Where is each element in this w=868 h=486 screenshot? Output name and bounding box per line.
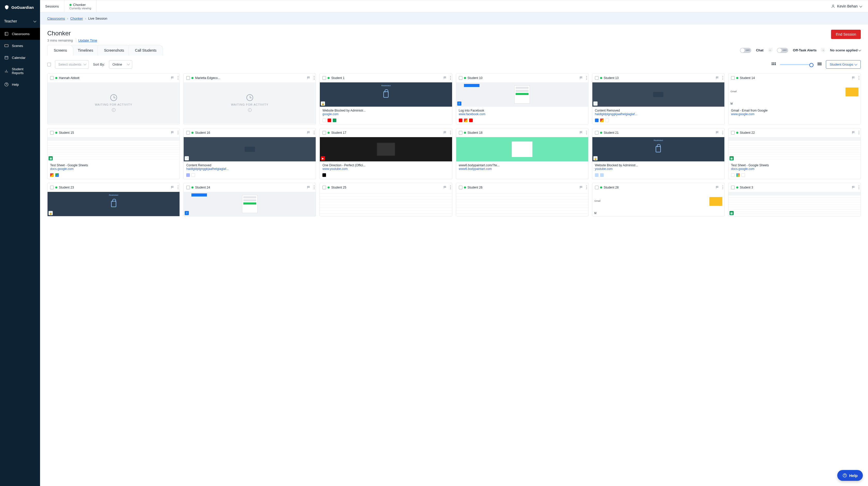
flag-icon[interactable]: [171, 131, 175, 134]
student-checkbox[interactable]: [50, 76, 54, 80]
student-checkbox[interactable]: [322, 76, 326, 80]
breadcrumb-chonker[interactable]: Chonker: [70, 17, 83, 21]
student-card[interactable]: Student 21 ⋮ Restricted🔒 Website Blocked…: [592, 128, 724, 179]
flag-icon[interactable]: [443, 186, 447, 189]
kebab-menu[interactable]: ⋮: [585, 77, 586, 78]
nav-help[interactable]: Help: [0, 78, 40, 90]
tab-sessions[interactable]: Sessions: [40, 0, 64, 12]
student-checkbox[interactable]: [50, 186, 54, 189]
student-checkbox[interactable]: [186, 76, 190, 80]
zoom-slider[interactable]: [780, 64, 813, 65]
student-card[interactable]: Student 10 ⋮ f Log into Facebook www.fac…: [456, 73, 588, 125]
flag-icon[interactable]: [716, 76, 719, 80]
flag-icon[interactable]: [580, 76, 583, 80]
kebab-menu[interactable]: ⋮: [312, 187, 313, 188]
flag-icon[interactable]: [171, 186, 175, 189]
flag-icon[interactable]: [716, 131, 719, 134]
flag-icon[interactable]: [171, 76, 175, 80]
student-checkbox[interactable]: [459, 76, 462, 80]
student-card[interactable]: Student 3 ⋮ ▦: [728, 183, 861, 217]
student-card[interactable]: Student 16 ⋮ 📄 Content Removed haldlgldp…: [183, 128, 316, 179]
kebab-menu[interactable]: ⋮: [585, 132, 586, 133]
kebab-menu[interactable]: ⋮: [176, 77, 177, 78]
breadcrumb-classrooms[interactable]: Classrooms: [47, 17, 65, 21]
kebab-menu[interactable]: ⋮: [176, 132, 177, 133]
student-card[interactable]: Student 28 ⋮ GmailM: [592, 183, 724, 217]
update-time-link[interactable]: Update Time: [76, 38, 97, 42]
flag-icon[interactable]: [307, 131, 311, 134]
kebab-menu[interactable]: ⋮: [857, 132, 858, 133]
student-card[interactable]: Student 22 ⋮ ▦ Test Sheet - Google Sheet…: [728, 128, 861, 179]
gear-icon[interactable]: [768, 48, 772, 53]
nav-classrooms[interactable]: Classrooms: [0, 28, 40, 40]
viewtab-call[interactable]: Call Students: [129, 45, 163, 56]
kebab-menu[interactable]: ⋮: [721, 187, 722, 188]
flag-icon[interactable]: [852, 131, 855, 134]
help-floating-button[interactable]: Help: [837, 470, 863, 481]
tab-current-session[interactable]: Chonker Currently viewing: [64, 0, 97, 12]
flag-icon[interactable]: [716, 186, 719, 189]
student-card[interactable]: Student 26 ⋮: [456, 183, 588, 217]
sort-dropdown[interactable]: Online: [109, 60, 132, 69]
flag-icon[interactable]: [852, 186, 855, 189]
flag-icon[interactable]: [443, 76, 447, 80]
select-students-dropdown[interactable]: Select students: [55, 60, 89, 69]
viewtab-screens[interactable]: Screens: [47, 45, 73, 56]
flag-icon[interactable]: [580, 186, 583, 189]
student-card[interactable]: Hannah Abbott ⋮ WAITING FOR ACTIVITY i: [47, 73, 180, 125]
student-card[interactable]: Student 14 ⋮ GmailM Gmail - Email from G…: [728, 73, 861, 125]
student-groups-button[interactable]: Student Groups: [826, 60, 861, 69]
flag-icon[interactable]: [852, 76, 855, 80]
student-card[interactable]: Student 17 ⋮ ▶ One Direction - Perfect (…: [319, 128, 452, 179]
flag-icon[interactable]: [307, 76, 311, 80]
viewtab-timelines[interactable]: Timelines: [71, 45, 99, 56]
flag-icon[interactable]: [307, 186, 311, 189]
student-checkbox[interactable]: [731, 186, 735, 189]
kebab-menu[interactable]: ⋮: [585, 187, 586, 188]
kebab-menu[interactable]: ⋮: [448, 77, 450, 78]
kebab-menu[interactable]: ⋮: [721, 77, 722, 78]
end-session-button[interactable]: End Session: [831, 30, 861, 39]
info-icon[interactable]: i: [112, 108, 116, 112]
kebab-menu[interactable]: ⋮: [857, 187, 858, 188]
student-checkbox[interactable]: [595, 131, 598, 134]
chat-toggle[interactable]: OFF: [740, 48, 751, 53]
grid-small-icon[interactable]: [772, 63, 776, 67]
grid-large-icon[interactable]: [817, 63, 822, 67]
nav-calendar[interactable]: Calendar: [0, 52, 40, 64]
student-checkbox[interactable]: [459, 131, 462, 134]
kebab-menu[interactable]: ⋮: [176, 187, 177, 188]
student-checkbox[interactable]: [50, 131, 54, 134]
student-card[interactable]: Student 13 ⋮ 📄 Content Removed haldlgldp…: [592, 73, 724, 125]
user-menu[interactable]: Kevin Behan: [825, 0, 868, 12]
student-checkbox[interactable]: [186, 131, 190, 134]
flag-icon[interactable]: [443, 131, 447, 134]
student-checkbox[interactable]: [731, 76, 735, 80]
offtask-toggle[interactable]: OFF: [777, 48, 788, 53]
student-card[interactable]: Student 1 ⋮ Restricted🔒 Website Blocked …: [319, 73, 452, 125]
info-icon[interactable]: i: [248, 108, 252, 112]
flag-icon[interactable]: [580, 131, 583, 134]
kebab-menu[interactable]: ⋮: [721, 132, 722, 133]
scene-dropdown[interactable]: No scene applied: [830, 48, 861, 52]
student-checkbox[interactable]: [322, 131, 326, 134]
nav-reports[interactable]: Student Reports: [0, 64, 40, 78]
student-card[interactable]: Student 15 ⋮ ▦ Test Sheet - Google Sheet…: [47, 128, 180, 179]
student-checkbox[interactable]: [186, 186, 190, 189]
student-checkbox[interactable]: [595, 76, 598, 80]
student-checkbox[interactable]: [459, 186, 462, 189]
kebab-menu[interactable]: ⋮: [312, 132, 313, 133]
student-card[interactable]: Marietta Edgeco... ⋮ WAITING FOR ACTIVIT…: [183, 73, 316, 125]
role-dropdown[interactable]: Teacher: [0, 14, 40, 28]
kebab-menu[interactable]: ⋮: [448, 187, 450, 188]
student-card[interactable]: Student 18 ⋮ www6.bodypaintart.com/?te..…: [456, 128, 588, 179]
kebab-menu[interactable]: ⋮: [857, 77, 858, 78]
kebab-menu[interactable]: ⋮: [448, 132, 450, 133]
viewtab-screenshots[interactable]: Screenshots: [98, 45, 131, 56]
gear-icon[interactable]: [821, 48, 826, 53]
student-card[interactable]: Student 24 ⋮ f: [183, 183, 316, 217]
student-card[interactable]: Student 23 ⋮ Restricted🔒: [47, 183, 180, 217]
select-all-checkbox[interactable]: [47, 63, 51, 66]
kebab-menu[interactable]: ⋮: [312, 77, 313, 78]
student-checkbox[interactable]: [595, 186, 598, 189]
